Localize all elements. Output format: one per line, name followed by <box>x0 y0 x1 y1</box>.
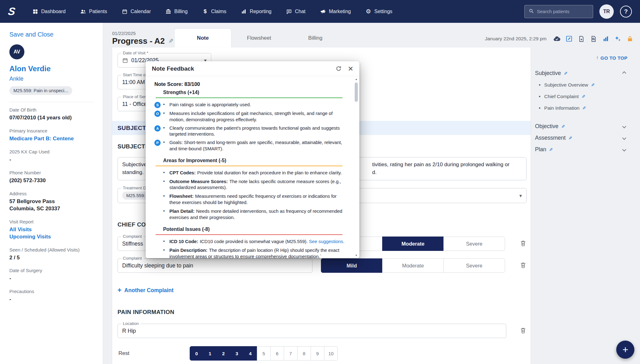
nav-item-settings[interactable]: Settings <box>365 8 392 15</box>
improvement-heading: Areas for Improvement (-5) <box>163 158 345 163</box>
severity-severe-button[interactable]: Severe <box>443 258 505 273</box>
cloud-sync-icon[interactable] <box>553 35 561 42</box>
field-label: 2025 KX Cap Used <box>9 149 93 154</box>
chart-icon[interactable] <box>602 35 609 42</box>
scrollbar-thumb[interactable] <box>355 82 358 102</box>
edit-icon[interactable] <box>582 106 586 111</box>
modal-scrollbar[interactable] <box>354 77 358 257</box>
edit-title-icon[interactable] <box>168 37 173 45</box>
delete-complaint-icon[interactable] <box>520 240 527 248</box>
nav-item-patients[interactable]: Patients <box>80 8 107 15</box>
outline-section-subjective[interactable]: Subjective <box>535 70 628 77</box>
help-button[interactable]: ? <box>620 6 632 17</box>
note-meta-row: January 22nd 2025, 2:29 pm <box>485 35 634 42</box>
bullet-icon <box>163 110 167 116</box>
bar-chart-icon <box>241 8 247 15</box>
save-and-close-link[interactable]: Save and Close <box>9 31 93 38</box>
nav-item-billing[interactable]: Billing <box>165 8 188 15</box>
chevron-down-icon[interactable] <box>622 147 626 152</box>
nav-item-dashboard[interactable]: Dashboard <box>32 8 66 15</box>
modal-header: Note Feedback <box>146 61 359 76</box>
go-to-top-label: GO TO TOP <box>601 55 628 61</box>
scroll-down-icon[interactable] <box>356 254 357 257</box>
nav-item-marketing[interactable]: Marketing <box>320 8 351 15</box>
edit-icon[interactable] <box>549 147 553 152</box>
edit-note-icon[interactable] <box>565 35 573 42</box>
refresh-icon[interactable] <box>335 65 342 72</box>
pain-scale-10[interactable]: 10 <box>324 346 338 361</box>
outline-section-objective[interactable]: Objective <box>535 123 628 130</box>
pain-scale-4[interactable]: 4 <box>243 346 257 361</box>
outline-section-assessment[interactable]: Assessment <box>535 135 628 141</box>
search-patients-box[interactable] <box>524 5 593 18</box>
field-label: Complaint <box>121 234 143 239</box>
edit-icon[interactable] <box>561 124 565 129</box>
app-logo[interactable]: S <box>7 5 16 17</box>
scroll-up-icon[interactable] <box>356 77 357 81</box>
pain-scale-7[interactable]: 7 <box>284 346 298 361</box>
arrow-up-icon <box>596 55 598 61</box>
pain-scale-2[interactable]: 2 <box>217 346 230 361</box>
chevron-down-icon[interactable] <box>622 124 626 128</box>
pain-scale-row: Rest 0 1 2 3 4 5 6 7 8 9 10 <box>118 346 338 361</box>
nav-item-claims[interactable]: Claims <box>202 8 226 15</box>
pain-scale-1[interactable]: 1 <box>203 346 217 361</box>
improvement-term: Flowsheet: <box>169 193 193 199</box>
strength-text: Clearly communicates the patient's progr… <box>169 125 345 137</box>
edit-icon[interactable] <box>591 82 595 87</box>
chevron-up-icon[interactable] <box>622 71 626 75</box>
severity-mild-button[interactable]: Mild <box>321 258 382 273</box>
outline-item-pain-information[interactable]: Pain Information <box>539 102 628 114</box>
edit-icon[interactable] <box>568 136 572 141</box>
pain-scale-3[interactable]: 3 <box>230 346 244 361</box>
search-input[interactable] <box>537 9 587 14</box>
edit-icon[interactable] <box>582 94 585 99</box>
outline-item-chief-complaint[interactable]: Chief Complaint <box>539 91 628 102</box>
add-document-icon[interactable] <box>578 35 585 42</box>
pain-scale-8[interactable]: 8 <box>297 346 311 361</box>
nav-item-reporting[interactable]: Reporting <box>241 8 271 15</box>
pain-scale-6[interactable]: 6 <box>270 346 284 361</box>
patient-case[interactable]: Ankle <box>9 76 93 82</box>
see-suggestions-link[interactable]: See suggestions. <box>309 239 344 244</box>
close-icon[interactable] <box>348 64 353 73</box>
outline-section-plan[interactable]: Plan <box>535 146 628 153</box>
chevron-down-icon[interactable] <box>622 136 626 140</box>
visit-report-links[interactable]: All Visits Upcoming Visits <box>9 226 93 241</box>
severity-moderate-button[interactable]: Moderate <box>382 258 444 273</box>
location-input[interactable]: Location R Hip <box>118 324 506 338</box>
lock-icon[interactable] <box>626 35 634 42</box>
pain-scale-5[interactable]: 5 <box>257 346 271 361</box>
nav-item-calendar[interactable]: Calendar <box>122 8 151 15</box>
caret-down-icon <box>519 193 522 199</box>
go-to-top-button[interactable]: GO TO TOP <box>596 55 628 61</box>
search-icon <box>528 8 534 15</box>
outline-item-subjective-overview[interactable]: Subjective Overview <box>539 79 628 91</box>
complaint-input[interactable]: Complaint Difficulty sleeping due to pai… <box>118 258 312 273</box>
page: S Dashboard Patients Calendar Billing Cl… <box>0 0 640 364</box>
user-avatar[interactable]: TR <box>599 4 614 19</box>
tab-billing[interactable]: Billing <box>287 29 343 47</box>
tab-flowsheet[interactable]: Flowsheet <box>231 29 287 47</box>
delete-location-icon[interactable] <box>520 327 527 335</box>
field-precautions: Precautions - <box>9 289 93 303</box>
subjective-text: tivities, rating her pain as 2/10 during… <box>372 161 522 176</box>
search-document-icon[interactable] <box>590 35 597 42</box>
magic-wand-icon[interactable] <box>614 35 622 42</box>
pain-scale-9[interactable]: 9 <box>311 346 324 361</box>
add-another-complaint-button[interactable]: Another Complaint <box>118 286 173 294</box>
field-label: Phone Number <box>9 170 93 175</box>
edit-icon[interactable] <box>564 71 568 76</box>
delete-complaint-icon[interactable] <box>520 262 527 270</box>
strength-text: Pain ratings scale is appropriately used… <box>169 102 251 108</box>
pain-scale-0[interactable]: 0 <box>190 346 203 361</box>
scrollbar-track[interactable] <box>354 81 358 254</box>
patient-name[interactable]: Alon Verdie <box>9 64 93 73</box>
severity-severe-button[interactable]: Severe <box>443 237 505 251</box>
severity-moderate-button[interactable]: Moderate <box>382 237 444 251</box>
add-fab-button[interactable] <box>616 341 634 359</box>
plus-icon <box>622 345 628 355</box>
nav-item-chat[interactable]: Chat <box>286 8 306 15</box>
tab-note[interactable]: Note <box>175 29 231 47</box>
improvement-term: CPT Codes: <box>169 170 196 175</box>
